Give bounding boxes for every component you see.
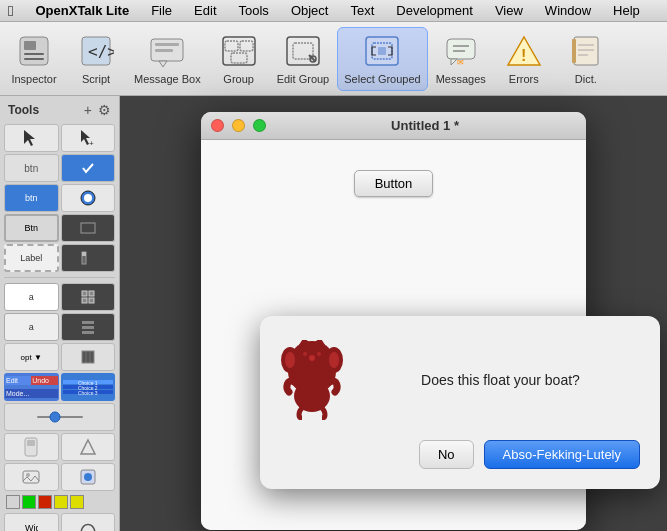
menubar-item-development[interactable]: Development (392, 3, 477, 18)
color-yellow2[interactable] (70, 495, 84, 509)
toolbar-inspector[interactable]: Inspector (4, 27, 64, 91)
toolbar-selectgrouped-label: Select Grouped (344, 73, 420, 85)
errors-icon: ! (506, 33, 542, 69)
toolbar-messages[interactable]: ✉ Messages (430, 27, 492, 91)
svg-rect-20 (378, 47, 386, 55)
svg-rect-48 (82, 331, 94, 334)
color-palette-row (4, 493, 115, 511)
dialog-box: Does this float your boat? No Abso-Fekki… (260, 316, 660, 489)
tools-panel: Tools + ⚙ + btn btn (0, 96, 120, 531)
tool-rect[interactable] (61, 214, 116, 242)
menubar:  OpenXTalk Lite File Edit Tools Object … (0, 0, 667, 22)
color-yellow[interactable] (54, 495, 68, 509)
svg-rect-42 (82, 291, 87, 296)
tool-text-area[interactable]: a (4, 313, 59, 341)
color-transparent[interactable] (6, 495, 20, 509)
toolbar-dict-label: Dict. (575, 73, 597, 85)
svg-rect-7 (155, 43, 179, 46)
tool-shape[interactable] (61, 433, 116, 461)
tool-radio[interactable] (61, 184, 116, 212)
toolbar-script[interactable]: </> Script (66, 27, 126, 91)
svg-rect-1 (24, 41, 36, 50)
tool-button2[interactable]: btn (4, 184, 59, 212)
menubar-item-app[interactable]: OpenXTalk Lite (31, 3, 133, 18)
dialog-yes-button[interactable]: Abso-Fekking-Lutely (484, 440, 641, 469)
menubar-item-view[interactable]: View (491, 3, 527, 18)
dialog-no-button[interactable]: No (419, 440, 474, 469)
tool-textpopup[interactable]: Edit Undo Mode... (4, 373, 59, 401)
messages-icon: ✉ (443, 33, 479, 69)
toolbar-dict[interactable]: Dict. (556, 27, 616, 91)
window-close-button[interactable] (211, 119, 224, 132)
message-box-icon (149, 33, 185, 69)
toolbar-group[interactable]: Group (209, 27, 269, 91)
toolbar-messages-label: Messages (436, 73, 486, 85)
canvas-area[interactable]: Untitled 1 * Button (120, 96, 667, 531)
toolbar-edit-group[interactable]: Edit Group (271, 27, 336, 91)
tool-grid2[interactable] (61, 313, 116, 341)
svg-rect-43 (89, 291, 94, 296)
toolbar-select-grouped[interactable]: Select Grouped (337, 27, 427, 91)
svg-point-53 (50, 412, 60, 422)
toolbar-script-label: Script (82, 73, 110, 85)
tool-widget[interactable] (61, 463, 116, 491)
toolbar-inspector-label: Inspector (11, 73, 56, 85)
svg-text:!: ! (521, 47, 526, 64)
color-red[interactable] (38, 495, 52, 509)
svg-rect-11 (240, 41, 253, 51)
tool-list[interactable]: Choice 1 Choice 2 Choice 3 (61, 373, 116, 401)
menubar-item-object[interactable]: Object (287, 3, 333, 18)
svg-point-80 (303, 352, 307, 356)
menubar-item-window[interactable]: Window (541, 3, 595, 18)
group-icon (221, 33, 257, 69)
dict-icon (568, 33, 604, 69)
tool-checkbox[interactable] (61, 154, 116, 182)
tool-label[interactable]: Label (4, 244, 59, 272)
tool-text-field[interactable]: a (4, 283, 59, 311)
tool-button[interactable]: btn (4, 154, 59, 182)
canvas-button[interactable]: Button (354, 170, 434, 197)
tool-combo[interactable]: opt ▼ (4, 343, 59, 371)
tool-pointer[interactable] (4, 124, 59, 152)
tool-scrollbar[interactable] (61, 244, 116, 272)
toolbar-errors[interactable]: ! Errors (494, 27, 554, 91)
svg-rect-49 (82, 351, 94, 363)
tool-scrollbar2[interactable] (4, 433, 59, 461)
tool-image[interactable] (4, 463, 59, 491)
toolbar-message-box[interactable]: Message Box (128, 27, 207, 91)
svg-rect-8 (155, 49, 173, 52)
tool-widget2[interactable]: Widge (4, 513, 59, 531)
menubar-item-tools[interactable]: Tools (235, 3, 273, 18)
tools-add-button[interactable]: + (84, 102, 92, 118)
tool-curve[interactable] (61, 513, 116, 531)
svg-rect-10 (225, 41, 238, 51)
toolbar-messagebox-label: Message Box (134, 73, 201, 85)
svg-point-79 (309, 355, 315, 361)
menubar-item-edit[interactable]: Edit (190, 3, 220, 18)
svg-rect-28 (574, 37, 598, 65)
tool-slider[interactable] (4, 403, 115, 431)
svg-text:✉: ✉ (457, 58, 464, 67)
svg-rect-47 (82, 326, 94, 329)
tools-gear-button[interactable]: ⚙ (98, 102, 111, 118)
svg-rect-44 (82, 298, 87, 303)
svg-marker-9 (159, 61, 167, 67)
tool-grid[interactable] (61, 283, 116, 311)
menubar-item-help[interactable]: Help (609, 3, 644, 18)
svg-marker-33 (24, 130, 35, 146)
svg-point-81 (317, 352, 321, 356)
svg-text:</>: </> (88, 42, 114, 61)
tool-button3[interactable]: Btn (4, 214, 59, 242)
toolbar: Inspector </> Script Message Box (0, 22, 667, 96)
menubar-item-file[interactable]: File (147, 3, 176, 18)
menubar-item-text[interactable]: Text (346, 3, 378, 18)
svg-point-60 (84, 473, 92, 481)
window-maximize-button[interactable] (253, 119, 266, 132)
tool-pointer-plus[interactable]: + (61, 124, 116, 152)
svg-rect-46 (82, 321, 94, 324)
svg-rect-3 (24, 58, 44, 60)
tool-multicolumn[interactable] (61, 343, 116, 371)
color-green[interactable] (22, 495, 36, 509)
toolbar-errors-label: Errors (509, 73, 539, 85)
window-minimize-button[interactable] (232, 119, 245, 132)
